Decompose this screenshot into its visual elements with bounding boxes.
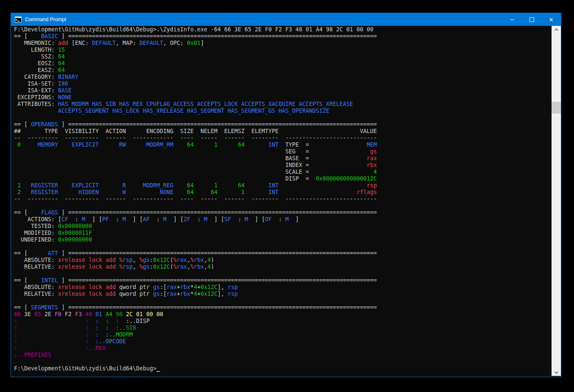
window-controls: ✕: [502, 13, 561, 26]
console-line: : : :..OPCODE: [14, 338, 552, 345]
console-line: : :..REX: [14, 345, 552, 352]
title-bar[interactable]: Command Prompt ✕: [11, 13, 561, 26]
chevron-up-icon: [555, 28, 558, 31]
console-line: [14, 297, 552, 304]
console-line: ABSOLUTE: xrelease lock add %rsp, %gs:0x…: [14, 257, 552, 264]
console-line: SCALE = 4: [14, 169, 552, 175]
maximize-button[interactable]: [522, 13, 541, 26]
scroll-up-button[interactable]: [552, 26, 561, 33]
console-line: : : : : :..SIB: [14, 325, 552, 331]
console-line: 0 MEMORY EXPLICIT RW MODRM_RM 64 1 64 IN…: [14, 142, 552, 148]
console-line: :..PREFIXES: [14, 352, 552, 359]
console-line: 1 REGISTER EXPLICIT R MODRM_REG 64 1 64 …: [14, 182, 552, 189]
minimize-icon: [510, 19, 514, 20]
cmd-icon: [15, 17, 22, 22]
console-line: ABSOLUTE: xrelease lock add qword ptr gs…: [14, 284, 552, 291]
console-line: RELATIVE: xrelease lock add %rsp, %gs:0x…: [14, 264, 552, 270]
console-line: F:\Development\GitHub\zydis\Build64\Debu…: [14, 26, 552, 33]
console-line: : : : : : :..DISP: [14, 318, 552, 325]
console-line: [14, 203, 552, 209]
console-line: == [ OPERANDS ] ========================…: [14, 121, 552, 128]
console-line: -- --------- ---------- ------ ---------…: [14, 135, 552, 142]
console-line: EASZ: 64: [14, 67, 552, 74]
console-line: == [ SEGMENTS ] ========================…: [14, 304, 552, 311]
console-line: 2 REGISTER HIDDEN W NONE 64 64 1 INT rfl…: [14, 189, 552, 196]
console-line: EOSZ: 64: [14, 60, 552, 67]
console-line: [14, 243, 552, 250]
console-line: ATTRIBUTES: HAS_MODRM HAS_SIB HAS_REX CP…: [14, 101, 552, 108]
console-line: ACTIONS: [CF : M ] [PF : M ] [AF : M ] […: [14, 216, 552, 223]
console-line: : : : :..MODRM: [14, 331, 552, 338]
scrollbar-track[interactable]: [552, 33, 561, 369]
maximize-icon: [530, 17, 534, 22]
console-line: MNEMONIC: add [ENC: DEFAULT, MAP: DEFAUL…: [14, 40, 552, 47]
close-icon: ✕: [549, 17, 554, 22]
console-line: [14, 114, 552, 121]
console-line: [14, 270, 552, 277]
console-line: DISP = 0x000000000000012C: [14, 175, 552, 182]
console-output[interactable]: F:\Development\GitHub\zydis\Build64\Debu…: [11, 26, 552, 376]
window-content: F:\Development\GitHub\zydis\Build64\Debu…: [11, 26, 561, 376]
minimize-button[interactable]: [502, 13, 522, 26]
console-line: == [ FLAGS ] ===========================…: [14, 209, 552, 216]
chevron-down-icon: [555, 371, 558, 374]
console-line: BASE = rax: [14, 155, 552, 162]
console-line: -- --------- ---------- ------ ---------…: [14, 196, 552, 203]
console-line: == [ INTEL ] ===========================…: [14, 277, 552, 284]
scrollbar: [552, 26, 561, 376]
console-line: RELATIVE: xrelease lock add qword ptr gs…: [14, 291, 552, 297]
console-line: == [ ATT ] =============================…: [14, 250, 552, 257]
scrollbar-thumb[interactable]: [552, 102, 561, 114]
console-line: SSZ: 64: [14, 53, 552, 60]
console-line: UNDEFINED: 0x00000000: [14, 236, 552, 243]
console-line: ACCEPTS_SEGMENT HAS_LOCK HAS_XRELEASE HA…: [14, 108, 552, 114]
scroll-down-button[interactable]: [552, 369, 561, 376]
console-line: TESTED: 0x00000000: [14, 223, 552, 230]
window-title: Command Prompt: [25, 17, 66, 22]
close-button[interactable]: ✕: [541, 13, 561, 26]
console-line: ISA-SET: I86: [14, 81, 552, 87]
console-line: == [ BASIC ] ===========================…: [14, 33, 552, 40]
console-line: ISA-EXT: BASE: [14, 87, 552, 94]
console-line: LENGTH: 15: [14, 47, 552, 53]
command-prompt-window: Command Prompt ✕ F:\Development\GitHub\z…: [11, 13, 561, 377]
console-line: F:\Development\GitHub\zydis\Build64\Debu…: [14, 365, 552, 372]
console-line: ## TYPE VISIBILITY ACTION ENCODING SIZE …: [14, 128, 552, 135]
console-line: 66 3E 65 2E F0 F2 F3 48 01 A4 98 2C 01 0…: [14, 311, 552, 318]
console-line: INDEX = rbx: [14, 162, 552, 169]
console-line: [14, 359, 552, 365]
console-line: EXCEPTIONS: NONE: [14, 94, 552, 101]
console-line: MODIFIED: 0x0000011F: [14, 230, 552, 236]
console-line: CATEGORY: BINARY: [14, 74, 552, 81]
console-line: SEG = gs: [14, 148, 552, 155]
